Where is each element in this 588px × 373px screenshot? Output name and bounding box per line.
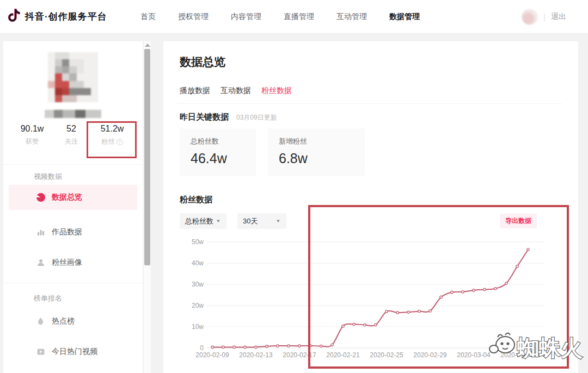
updated-timestamp: 03月09日更新 <box>236 113 277 122</box>
svg-text:40w: 40w <box>192 259 204 267</box>
tab-fans-data[interactable]: 粉丝数据 <box>261 86 292 96</box>
card-new-fans: 新增粉丝 6.8w <box>268 128 365 176</box>
douyin-logo-icon <box>8 8 21 25</box>
nav-item-live[interactable]: 直播管理 <box>284 12 314 22</box>
sidebar-item-works-data[interactable]: 作品数据 <box>9 220 137 245</box>
question-icon[interactable]: ? <box>117 139 123 145</box>
svg-text:50w: 50w <box>192 238 204 246</box>
svg-text:20w: 20w <box>192 302 204 309</box>
profile-avatar[interactable] <box>48 52 98 102</box>
stat-fans: 51.2w 粉丝 ? <box>87 124 137 146</box>
scrollbar-up-arrow-icon[interactable] <box>145 43 150 47</box>
fans-data-title: 粉丝数据 <box>180 195 212 205</box>
user-avatar[interactable] <box>522 9 538 25</box>
stat-likes: 90.1w 获赞 <box>9 124 56 146</box>
sidebar-item-today-hot-videos[interactable]: 今日热门视频 <box>9 339 137 364</box>
sidebar-item-fans-portrait[interactable]: 粉丝画像 <box>9 250 137 275</box>
nav-item-data[interactable]: 数据管理 <box>389 12 420 22</box>
svg-text:2020-02-13: 2020-02-13 <box>239 351 273 359</box>
yesterday-title: 昨日关键数据 <box>180 112 229 122</box>
douyin-creator-dashboard: 抖音·创作服务平台 首页 授权管理 内容管理 直播管理 互动管理 数据管理 | … <box>0 0 588 373</box>
divider: | <box>543 13 546 21</box>
sidebar-scrollbar-thumb[interactable] <box>144 49 150 265</box>
svg-text:2020-02-09: 2020-02-09 <box>195 351 229 359</box>
metric-select[interactable]: 总粉丝数 ▼ <box>180 213 226 229</box>
nav-item-home[interactable]: 首页 <box>140 12 156 22</box>
stat-following: 52 关注 <box>56 124 87 146</box>
page-title: 数据总览 <box>180 54 225 70</box>
metric-select-value: 总粉丝数 <box>185 216 213 226</box>
tab-play-data[interactable]: 播放数据 <box>180 86 210 96</box>
card-total-fans: 总粉丝数 46.4w <box>180 128 256 176</box>
svg-text:30w: 30w <box>192 281 204 288</box>
svg-text:0: 0 <box>200 344 204 352</box>
fans-chart: 010w20w30w40w50w2020-02-092020-02-132020… <box>185 235 550 361</box>
sidebar-item-label: 热点榜 <box>52 316 75 326</box>
user-icon <box>36 258 45 268</box>
nav-item-content[interactable]: 内容管理 <box>231 12 261 22</box>
header-right: | 退出 <box>522 0 566 34</box>
svg-text:2020-02-17: 2020-02-17 <box>283 351 316 359</box>
chevron-down-icon: ▼ <box>216 219 221 223</box>
svg-text:2020-03-08: 2020-03-08 <box>500 351 534 359</box>
sidebar-item-label: 作品数据 <box>52 227 82 237</box>
top-header: 抖音·创作服务平台 首页 授权管理 内容管理 直播管理 互动管理 数据管理 | … <box>0 0 588 34</box>
sidebar-item-label: 数据总览 <box>52 192 82 202</box>
pie-chart-icon <box>36 193 45 202</box>
video-icon <box>36 347 45 357</box>
profile-name-blurred <box>45 110 101 118</box>
key-metric-cards: 总粉丝数 46.4w 新增粉丝 6.8w <box>180 128 365 176</box>
data-tabs: 播放数据 互动数据 粉丝数据 <box>180 86 292 96</box>
sidebar-item-hot-list[interactable]: 热点榜 <box>9 309 137 334</box>
profile-stats: 90.1w 获赞 52 关注 51.2w 粉丝 ? <box>9 124 137 146</box>
sidebar: 90.1w 获赞 52 关注 51.2w 粉丝 ? 视频数据 数据总览 <box>3 41 143 373</box>
header-nav: 首页 授权管理 内容管理 直播管理 互动管理 数据管理 <box>140 0 420 34</box>
export-data-button[interactable]: 导出数据 <box>500 214 537 228</box>
nav-item-interaction[interactable]: 互动管理 <box>336 12 367 22</box>
tab-interaction-data[interactable]: 互动数据 <box>220 86 251 96</box>
divider <box>3 283 143 283</box>
main-content: 数据总览 播放数据 互动数据 粉丝数据 昨日关键数据 03月09日更新 总粉丝数… <box>163 41 578 373</box>
flame-icon <box>36 317 45 326</box>
range-select-value: 30天 <box>243 216 258 226</box>
nav-item-auth[interactable]: 授权管理 <box>178 12 209 22</box>
divider <box>177 103 562 104</box>
svg-text:2020-02-21: 2020-02-21 <box>326 351 360 359</box>
date-range-select[interactable]: 30天 ▼ <box>237 213 286 229</box>
svg-text:2020-02-25: 2020-02-25 <box>370 351 403 359</box>
logout-button[interactable]: 退出 <box>551 12 566 22</box>
sidebar-item-data-overview[interactable]: 数据总览 <box>9 185 137 210</box>
bar-chart-icon <box>36 228 45 237</box>
chevron-down-icon: ▼ <box>275 219 281 223</box>
sidebar-item-label: 今日热门视频 <box>52 347 97 357</box>
svg-text:10w: 10w <box>192 323 204 331</box>
yesterday-key-data: 昨日关键数据 03月09日更新 <box>180 112 277 122</box>
stat-fans-label: 粉丝 <box>102 137 115 146</box>
svg-text:2020-03-04: 2020-03-04 <box>457 351 491 359</box>
section-rankings: 榜单排名 <box>34 294 62 303</box>
app-title: 抖音·创作服务平台 <box>25 10 107 23</box>
svg-text:2020-02-29: 2020-02-29 <box>413 351 447 359</box>
sidebar-item-label: 粉丝画像 <box>52 258 82 268</box>
brand: 抖音·创作服务平台 <box>8 8 107 25</box>
divider <box>3 164 143 165</box>
section-video-data: 视频数据 <box>34 172 62 182</box>
